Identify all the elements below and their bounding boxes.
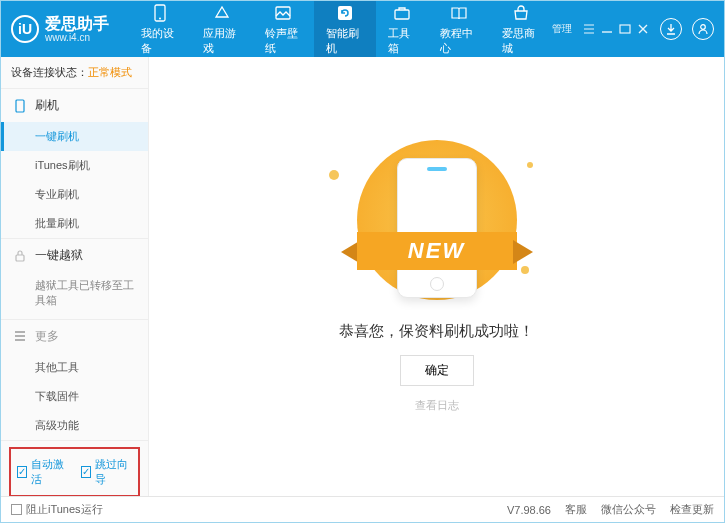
phone-icon	[13, 99, 27, 113]
svg-rect-4	[395, 10, 409, 19]
sidebar-item-pro-flash[interactable]: 专业刷机	[1, 180, 148, 209]
app-title: 爱思助手	[45, 15, 109, 33]
window-controls: 管理	[552, 18, 714, 40]
nav-my-device[interactable]: 我的设备	[129, 1, 191, 57]
minimize-icon[interactable]	[600, 22, 614, 36]
toolbox-icon	[392, 3, 412, 23]
nav-flash[interactable]: 智能刷机	[314, 1, 376, 57]
check-update-link[interactable]: 检查更新	[670, 502, 714, 517]
sidebar-item-itunes-flash[interactable]: iTunes刷机	[1, 151, 148, 180]
sidebar-item-download-firmware[interactable]: 下载固件	[1, 382, 148, 411]
svg-rect-7	[16, 100, 24, 112]
download-button[interactable]	[660, 18, 682, 40]
sidebar-item-advanced[interactable]: 高级功能	[1, 411, 148, 440]
svg-point-6	[701, 25, 706, 30]
refresh-icon	[335, 3, 355, 23]
title-bar: iU 爱思助手 www.i4.cn 我的设备 应用游戏 铃声壁纸 智能刷机 工具…	[1, 1, 724, 57]
manage-label[interactable]: 管理	[552, 22, 572, 36]
nav-toolbox[interactable]: 工具箱	[376, 1, 428, 57]
options-highlighted: ✓自动激活 ✓跳过向导	[9, 447, 140, 496]
view-log-link[interactable]: 查看日志	[415, 398, 459, 413]
jailbreak-note: 越狱工具已转移至工具箱	[1, 272, 148, 319]
sidebar-more-header[interactable]: 更多	[1, 320, 148, 353]
store-icon	[511, 3, 531, 23]
nav-tutorials[interactable]: 教程中心	[428, 1, 490, 57]
close-icon[interactable]	[636, 22, 650, 36]
checkbox-skip-guide[interactable]: ✓跳过向导	[81, 457, 133, 487]
svg-rect-8	[16, 255, 24, 261]
sidebar-jailbreak-header[interactable]: 一键越狱	[1, 239, 148, 272]
checkbox-auto-activate[interactable]: ✓自动激活	[17, 457, 69, 487]
nav-apps[interactable]: 应用游戏	[191, 1, 253, 57]
book-icon	[449, 3, 469, 23]
ok-button[interactable]: 确定	[400, 355, 474, 386]
support-link[interactable]: 客服	[565, 502, 587, 517]
sidebar-flash-header[interactable]: 刷机	[1, 89, 148, 122]
wechat-link[interactable]: 微信公众号	[601, 502, 656, 517]
svg-rect-5	[620, 25, 630, 33]
nav-store[interactable]: 爱思商城	[490, 1, 552, 57]
version-label: V7.98.66	[507, 504, 551, 516]
main-content: NEW 恭喜您，保资料刷机成功啦！ 确定 查看日志	[149, 57, 724, 496]
sidebar: 设备连接状态：正常模式 刷机 一键刷机 iTunes刷机 专业刷机 批量刷机 一…	[1, 57, 149, 496]
sidebar-item-batch-flash[interactable]: 批量刷机	[1, 209, 148, 238]
sidebar-item-other-tools[interactable]: 其他工具	[1, 353, 148, 382]
menu-icon	[13, 329, 27, 343]
sidebar-item-onekey-flash[interactable]: 一键刷机	[1, 122, 148, 151]
menu-icon[interactable]	[582, 22, 596, 36]
checkbox-block-itunes[interactable]: 阻止iTunes运行	[11, 502, 103, 517]
success-message: 恭喜您，保资料刷机成功啦！	[339, 322, 534, 341]
app-url: www.i4.cn	[45, 32, 109, 43]
svg-point-1	[159, 17, 161, 19]
image-icon	[273, 3, 293, 23]
nav-ringtones[interactable]: 铃声壁纸	[253, 1, 315, 57]
logo: iU 爱思助手 www.i4.cn	[11, 15, 109, 44]
main-nav: 我的设备 应用游戏 铃声壁纸 智能刷机 工具箱 教程中心 爱思商城	[129, 1, 552, 57]
status-bar: 阻止iTunes运行 V7.98.66 客服 微信公众号 检查更新	[1, 496, 724, 522]
phone-icon	[150, 3, 170, 23]
new-ribbon: NEW	[333, 232, 541, 272]
user-button[interactable]	[692, 18, 714, 40]
success-illustration: NEW	[327, 140, 547, 310]
apps-icon	[212, 3, 232, 23]
maximize-icon[interactable]	[618, 22, 632, 36]
logo-icon: iU	[11, 15, 39, 43]
connection-value: 正常模式	[88, 66, 132, 78]
lock-icon	[13, 249, 27, 263]
connection-status: 设备连接状态：正常模式	[1, 57, 148, 89]
